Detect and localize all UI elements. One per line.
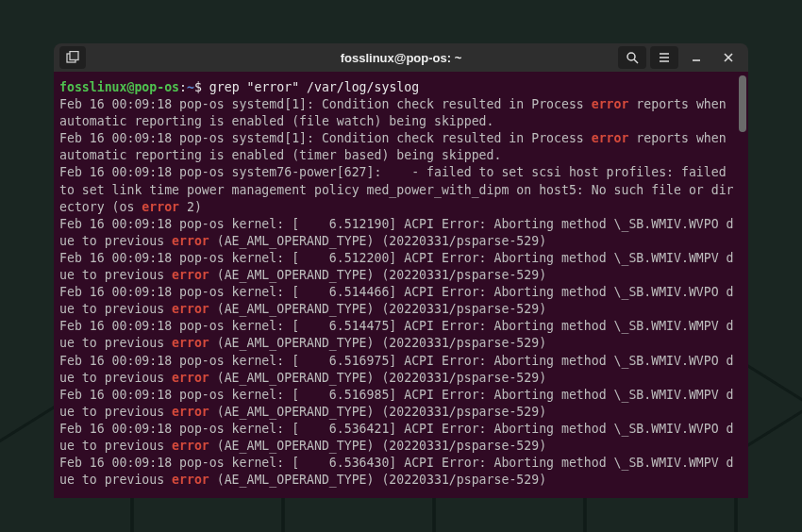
svg-rect-1 <box>70 52 78 60</box>
menu-button[interactable] <box>650 46 678 69</box>
new-tab-icon <box>66 51 79 64</box>
terminal-body[interactable]: fosslinux@pop-os:~$ grep "error" /var/lo… <box>54 72 748 498</box>
close-button[interactable] <box>714 46 743 69</box>
terminal-text-area[interactable]: fosslinux@pop-os:~$ grep "error" /var/lo… <box>54 72 748 496</box>
minimize-icon <box>690 51 703 64</box>
svg-line-3 <box>634 59 638 63</box>
minimize-button[interactable] <box>682 46 710 69</box>
window-titlebar[interactable]: fosslinux@pop-os: ~ <box>54 43 748 72</box>
new-tab-button[interactable] <box>59 46 86 69</box>
hamburger-icon <box>658 51 671 64</box>
search-icon <box>626 51 639 64</box>
scrollbar-thumb[interactable] <box>739 75 746 132</box>
svg-point-2 <box>627 53 635 60</box>
close-icon <box>723 52 734 63</box>
search-button[interactable] <box>618 46 646 69</box>
